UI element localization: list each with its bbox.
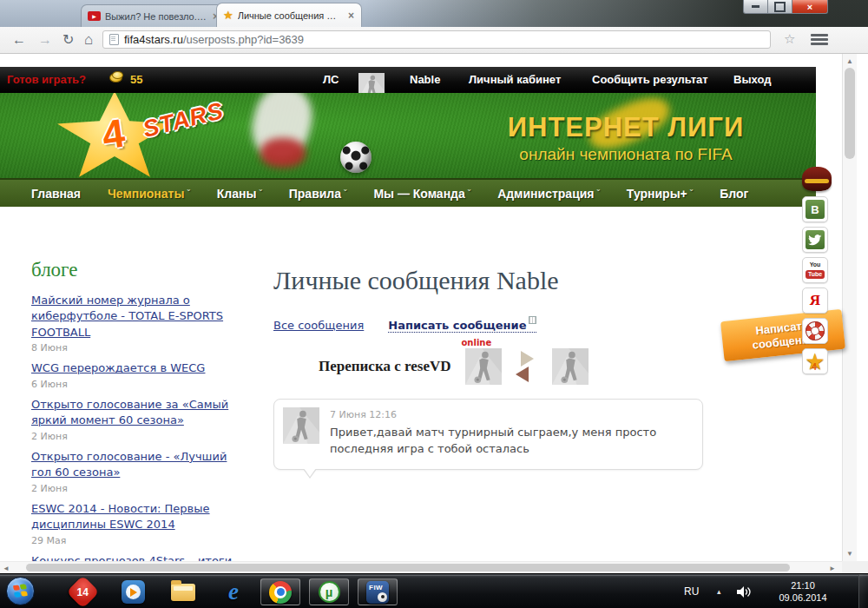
blog-post-date: 29 Мая [31,535,244,546]
tab-close-icon[interactable]: × [347,10,355,22]
language-indicator[interactable]: RU [684,574,699,608]
tab-title: Выжил? Не повезло... [T] [105,11,207,22]
write-message-link[interactable]: Написать сообщение [388,316,536,333]
youtube-button[interactable]: You Tube [802,257,828,283]
media-player-icon [122,580,145,604]
taskbar-ie-button[interactable]: e [214,578,253,605]
home-button[interactable]: ⌂ [84,30,93,50]
browser-tab-active[interactable]: ★ Личные сообщения Nab × [216,3,362,27]
twitter-button[interactable] [802,227,828,253]
logo-text: STARS [141,97,227,143]
start-button[interactable] [6,577,35,605]
blog-post-date: 2 Июня [31,431,244,442]
scroll-down-icon[interactable]: ▼ [843,550,857,558]
bookmark-star-icon[interactable]: ☆ [784,31,795,47]
clock[interactable]: 21:10 09.06.2014 [767,574,838,608]
browser-titlebar: ▶ Выжил? Не повезло... [T] × ★ Личные со… [0,0,868,27]
scroll-right-icon[interactable]: ► [827,565,838,572]
conversation-header: Переписка с reseVD online [319,348,712,385]
horizontal-scrollbar[interactable]: ◄ ► [0,561,842,573]
internet-explorer-icon: e [228,580,239,604]
taskbar-mediaplayer-button[interactable] [113,578,153,605]
page-viewport: Готов играть? 55 ЛС Nable Личный кабинет… [0,54,868,573]
main-navigation: Главная Чемпионатыˇ Кланыˇ Правилаˇ Мы —… [0,178,816,207]
nav-item-turniry[interactable]: Турниры+ˇ [627,187,693,201]
taskbar-utorrent-button[interactable]: µ [309,578,349,605]
horizontal-scrollbar-thumb[interactable] [26,564,790,572]
conversation-title: Переписка с reseVD [319,358,451,375]
blog-post-date: 8 Июня [31,342,244,354]
browser-menu-icon[interactable] [811,34,828,46]
nav-item-chempionaty[interactable]: Чемпионатыˇ [108,187,190,201]
cap-icon[interactable] [802,167,832,191]
coin-balance: 55 [130,73,142,86]
soccer-ball-icon [340,142,372,173]
time: 21:10 [791,579,815,591]
lifebuoy-icon [806,321,825,340]
blog-post-link[interactable]: Майский номер журнала о киберфутболе - T… [31,293,244,340]
site-logo[interactable]: 4 STARS [57,95,300,178]
show-desktop-button[interactable] [858,574,868,608]
taskbar-explorer-button[interactable] [163,578,203,605]
peer-avatar[interactable]: online [465,348,502,385]
url-path: /userposts.php?id=3639 [183,33,304,46]
nav-item-pravila[interactable]: Правилаˇ [289,187,347,201]
message-card: 7 Июня 12:16 Привет,давай матч турнирный… [273,399,703,470]
chevron-down-icon: ˇ [597,188,600,198]
message-timestamp: 7 Июня 12:16 [330,409,690,420]
back-button[interactable]: ← [12,30,26,50]
report-result-link[interactable]: Сообщить результат [592,73,708,86]
forward-button[interactable]: → [38,30,52,50]
vertical-scrollbar[interactable]: ▲ ▼ [842,54,857,561]
date: 09.06.2014 [779,591,826,604]
nav-item-klany[interactable]: Кланыˇ [217,187,262,201]
nav-item-komanda[interactable]: Мы — Командаˇ [373,187,470,201]
taskbar-chrome-button[interactable] [260,578,300,605]
messages-section: Личные сообщения Nable Все сообщения Нап… [273,259,712,470]
yandex-button[interactable]: Я [802,287,828,314]
windows-taskbar: 14 e µ FIW RU ▴ 21:10 09.06.2014 [0,573,868,608]
help-button[interactable] [802,318,828,344]
twitter-bird-icon [806,230,825,249]
volume-icon[interactable] [737,574,752,608]
private-messages-link[interactable]: ЛС [323,73,339,86]
nav-item-administraciya[interactable]: Администрацияˇ [497,187,600,201]
chevron-down-icon: ˇ [690,188,693,198]
taskbar-fifaworld-button[interactable]: FIW [358,578,398,605]
minimize-button[interactable] [743,0,768,14]
ready-to-play-link[interactable]: Готов играть? [7,73,86,86]
vertical-scrollbar-thumb[interactable] [845,68,855,159]
blog-post-link[interactable]: Открыто голосование - «Лучший гол 60 сез… [31,449,244,481]
nav-item-blog[interactable]: Блог [720,187,748,201]
own-avatar[interactable] [552,348,589,385]
sidebar-heading: блоге [31,259,244,281]
social-sidebar: В You Tube Я ★4 [802,167,833,379]
blog-post-link[interactable]: Открыто голосование за «Самый яркий моме… [31,397,244,429]
blog-post-date: 6 Июня [31,379,244,390]
personal-cabinet-link[interactable]: Личный кабинет [469,73,561,86]
fourstars-button[interactable]: ★4 [802,348,828,374]
all-messages-link[interactable]: Все сообщения [273,319,364,332]
chevron-down-icon: ˇ [187,188,189,198]
maximize-button[interactable] [768,0,792,14]
taskbar-fifa14-button[interactable]: 14 [62,578,102,605]
chevron-down-icon: ˇ [344,188,346,198]
blog-post-link[interactable]: WCG перерождается в WECG [31,360,244,376]
scroll-up-icon[interactable]: ▲ [843,57,857,65]
star-favicon-icon: ★ [223,10,233,21]
blog-post-link[interactable]: ESWC 2014 - Новости: Первые дисциплины E… [31,501,244,533]
tray-expand-icon[interactable]: ▴ [717,574,721,608]
chevron-down-icon: ˇ [259,188,261,198]
browser-tab-inactive[interactable]: ▶ Выжил? Не повезло... [T] × [81,4,227,27]
reload-button[interactable]: ↻ [62,30,74,50]
nav-item-glavnaya[interactable]: Главная [31,187,81,201]
address-bar[interactable]: fifa4stars.ru/userposts.php?id=3639 [102,30,771,49]
chevron-down-icon: ˇ [468,188,470,198]
logout-link[interactable]: Выход [733,73,771,86]
close-window-button[interactable]: × [792,0,828,14]
vk-button[interactable]: В [802,196,828,222]
maximize-icon [774,2,786,12]
username-link[interactable]: Nable [410,73,440,86]
url-text: fifa4stars.ru/userposts.php?id=3639 [124,33,304,46]
scroll-left-icon[interactable]: ◄ [3,565,11,572]
